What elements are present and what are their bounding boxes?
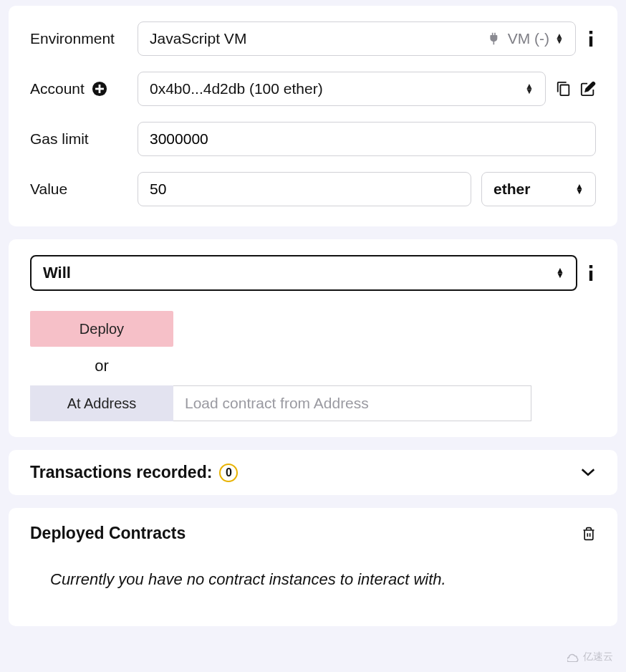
copy-icon[interactable] [556, 81, 572, 97]
info-icon[interactable] [586, 265, 596, 281]
deployed-empty-message: Currently you have no contract instances… [50, 570, 596, 589]
environment-value: JavaScript VM [150, 30, 488, 47]
info-icon[interactable] [586, 31, 596, 47]
environment-label: Environment [30, 30, 138, 47]
account-value: 0x4b0...4d2db (100 ether) [150, 80, 519, 97]
transactions-title: Transactions recorded: [30, 463, 212, 482]
or-label: or [30, 357, 173, 375]
value-unit: ether [493, 181, 575, 198]
deployed-panel: Deployed Contracts Currently you have no… [9, 508, 617, 626]
plug-icon [488, 32, 502, 46]
watermark: 亿速云 [567, 651, 613, 663]
plus-circle-icon[interactable] [92, 81, 107, 97]
svg-rect-1 [589, 37, 592, 47]
svg-rect-0 [589, 31, 592, 34]
load-address-input[interactable] [173, 385, 531, 421]
environment-row: Environment JavaScript VM VM (-) ▲▼ [30, 21, 596, 56]
trash-icon[interactable] [582, 526, 596, 542]
sort-caret-icon: ▲▼ [555, 34, 564, 44]
account-label: Account [30, 80, 138, 97]
sort-caret-icon: ▲▼ [556, 268, 564, 278]
value-label: Value [30, 181, 138, 198]
gas-limit-label: Gas limit [30, 130, 138, 148]
transactions-panel[interactable]: Transactions recorded: 0 [9, 450, 617, 495]
contract-name: Will [43, 264, 556, 282]
svg-rect-5 [589, 265, 592, 268]
svg-rect-4 [95, 88, 104, 90]
environment-status: VM (-) [508, 30, 549, 47]
deployed-title: Deployed Contracts [30, 524, 186, 543]
value-row: Value ether ▲▼ [30, 172, 596, 206]
account-row: Account 0x4b0...4d2db (100 ether) ▲▼ [30, 72, 596, 106]
deploy-button[interactable]: Deploy [30, 311, 173, 347]
sort-caret-icon: ▲▼ [525, 84, 534, 94]
at-address-button[interactable]: At Address [30, 385, 173, 421]
gas-limit-input-wrap [138, 122, 596, 156]
gas-limit-input[interactable] [150, 130, 584, 148]
transactions-count-badge: 0 [219, 464, 238, 482]
contract-panel: Will ▲▼ Deploy or At Address [9, 239, 617, 437]
contract-select[interactable]: Will ▲▼ [30, 255, 577, 291]
settings-panel: Environment JavaScript VM VM (-) ▲▼ Acco… [9, 6, 617, 226]
value-unit-select[interactable]: ether ▲▼ [481, 172, 596, 206]
chevron-down-icon[interactable] [580, 464, 596, 481]
account-select[interactable]: 0x4b0...4d2db (100 ether) ▲▼ [138, 72, 546, 106]
value-input-wrap [138, 172, 471, 206]
gas-limit-row: Gas limit [30, 122, 596, 156]
svg-rect-6 [589, 271, 592, 281]
value-input[interactable] [150, 181, 459, 198]
environment-select[interactable]: JavaScript VM VM (-) ▲▼ [138, 21, 576, 56]
edit-icon[interactable] [580, 81, 596, 97]
sort-caret-icon: ▲▼ [575, 184, 584, 194]
